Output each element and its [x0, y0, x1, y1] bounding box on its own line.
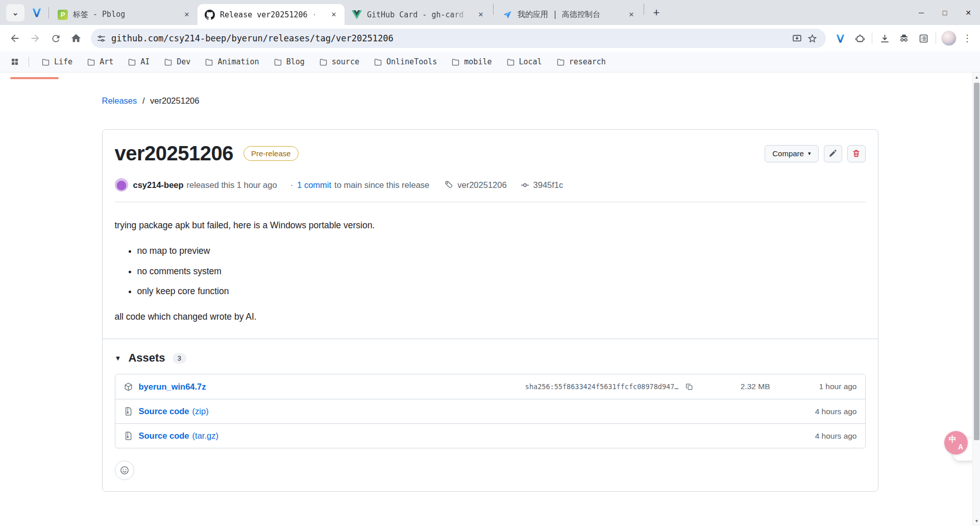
tab-separator	[644, 4, 644, 15]
browser-toolbar: github.com/csy214-beep/byerun/releases/t…	[0, 25, 980, 52]
compare-button[interactable]: Compare ▾	[765, 145, 818, 162]
maximize-button[interactable]: □	[933, 0, 957, 25]
asset-download-link[interactable]: Source code	[139, 431, 189, 441]
asset-download-link[interactable]: byerun_win64.7z	[139, 382, 206, 392]
commit-icon	[520, 180, 530, 190]
asset-download-link[interactable]: Source code	[139, 407, 189, 416]
folder-icon	[319, 58, 328, 66]
tag-group: ver20251206	[445, 180, 506, 190]
new-tab-button[interactable]: +	[648, 4, 665, 21]
add-reaction-button[interactable]	[115, 461, 134, 480]
tab-amap[interactable]: 我的应用 | 高德控制台 ✕	[495, 4, 642, 25]
bookmark-folder-onlinetools[interactable]: OnlineTools	[370, 55, 441, 68]
tab-title: 标签 - Pblog	[73, 10, 176, 19]
notes-extension-button[interactable]	[914, 29, 933, 47]
site-info-button[interactable]	[93, 30, 109, 46]
delete-release-button[interactable]	[847, 145, 866, 162]
proxy-extension-button[interactable]	[895, 29, 913, 47]
folder-icon	[374, 58, 382, 66]
bookmark-folder-local[interactable]: Local	[502, 55, 546, 68]
zip-file-icon	[124, 407, 133, 416]
close-icon[interactable]: ✕	[181, 9, 192, 20]
release-bullet-list: no map to preview no comments system onl…	[128, 244, 866, 298]
url-text[interactable]: github.com/csy214-beep/byerun/releases/t…	[111, 33, 789, 43]
bookmark-label: Art	[100, 57, 113, 66]
apps-grid-button[interactable]	[7, 54, 22, 69]
close-window-button[interactable]: ✕	[957, 0, 980, 25]
bookmark-folder-mobile[interactable]: mobile	[447, 55, 496, 68]
folder-icon	[556, 58, 565, 66]
bookmark-folder-life[interactable]: Life	[37, 55, 77, 68]
asset-size: 2.32 MB	[694, 382, 770, 391]
tab-pblog[interactable]: P 标签 - Pblog ✕	[51, 4, 198, 25]
release-meta-row: csy214-beep released this 1 hour ago · 1…	[115, 178, 866, 192]
downloads-button[interactable]	[875, 29, 894, 47]
pinned-tab-v[interactable]	[27, 7, 47, 18]
back-button[interactable]	[5, 29, 24, 48]
trash-icon	[852, 149, 861, 158]
assets-heading[interactable]: Assets	[128, 351, 165, 365]
translate-button[interactable]: 中 A	[944, 431, 968, 455]
release-title: ver20251206	[115, 142, 234, 165]
install-app-button[interactable]	[789, 31, 804, 46]
bookmark-star-button[interactable]	[804, 31, 820, 46]
commits-link[interactable]: 1 commit	[297, 180, 331, 190]
edit-release-button[interactable]	[824, 145, 842, 162]
breadcrumb: Releases / ver20251206	[102, 96, 878, 106]
extensions-button[interactable]	[850, 29, 869, 47]
home-button[interactable]	[66, 29, 86, 48]
author-avatar[interactable]	[115, 178, 128, 192]
commit-sha[interactable]: 3945f1c	[533, 180, 564, 190]
bookmarks-bar: Life Art AI Dev Animation Blog source On…	[0, 52, 980, 73]
scroll-up-arrow[interactable]: ▲	[973, 74, 980, 81]
copy-icon[interactable]	[685, 382, 694, 391]
close-icon[interactable]: ✕	[328, 9, 339, 20]
reload-button[interactable]	[46, 29, 65, 48]
tab-release-active[interactable]: Release ver20251206 · c ✕	[198, 4, 345, 25]
bookmark-folder-dev[interactable]: Dev	[160, 55, 194, 68]
scroll-down-arrow[interactable]: ▼	[973, 517, 980, 525]
asset-age: 1 hour ago	[770, 382, 857, 391]
asset-suffix[interactable]: (tar.gz)	[192, 431, 218, 441]
bookmark-folder-source[interactable]: source	[315, 55, 363, 68]
caret-down-icon[interactable]: ▼	[115, 354, 121, 362]
close-icon[interactable]: ✕	[475, 9, 486, 20]
folder-icon	[128, 58, 136, 66]
bookmark-folder-art[interactable]: Art	[83, 55, 117, 68]
sha-text[interactable]: sha256:55f8633424f5631ffcfc08978d947…	[525, 382, 679, 391]
assets-table: byerun_win64.7z sha256:55f8633424f5631ff…	[115, 374, 866, 448]
tab-title: Release ver20251206 · c	[220, 10, 323, 19]
close-icon[interactable]: ✕	[626, 9, 637, 20]
asset-age: 4 hours ago	[770, 407, 857, 416]
v-extension-button[interactable]	[831, 29, 849, 47]
bookmark-label: Blog	[286, 57, 305, 66]
package-icon	[124, 382, 133, 392]
author-name[interactable]: csy214-beep	[133, 180, 184, 190]
bullet-item: no comments system	[137, 265, 866, 278]
list-icon	[918, 33, 929, 44]
scrollbar-thumb[interactable]	[974, 83, 979, 440]
pencil-icon	[828, 149, 837, 158]
asset-row-source-targz: Source code (tar.gz) 4 hours ago	[115, 423, 865, 448]
minimize-button[interactable]: ─	[910, 0, 933, 25]
tab-separator	[493, 4, 494, 15]
scrollbar[interactable]: ▲ ▼	[972, 73, 980, 526]
bookmark-folder-research[interactable]: research	[552, 55, 610, 68]
asset-sha: sha256:55f8633424f5631ffcfc08978d947…	[525, 382, 694, 391]
bookmark-folder-ai[interactable]: AI	[124, 55, 154, 68]
forward-button[interactable]	[26, 29, 45, 48]
bookmark-folder-blog[interactable]: Blog	[270, 55, 309, 68]
asset-suffix[interactable]: (zip)	[192, 407, 209, 416]
tag-name: ver20251206	[457, 180, 506, 190]
browser-menu-button[interactable]: ⋮	[960, 29, 975, 47]
tab-search-button[interactable]: ⌄	[6, 4, 24, 21]
asset-age: 4 hours ago	[770, 432, 857, 441]
profile-avatar[interactable]	[941, 31, 957, 46]
tab-separator	[48, 7, 49, 18]
tab-gh-card[interactable]: GitHub Card - gh-card ✕	[345, 4, 492, 25]
breadcrumb-releases-link[interactable]: Releases	[102, 96, 137, 105]
folder-icon	[274, 58, 282, 66]
reload-icon	[51, 33, 61, 44]
address-bar[interactable]: github.com/csy214-beep/byerun/releases/t…	[91, 29, 826, 48]
bookmark-folder-animation[interactable]: Animation	[201, 55, 263, 68]
